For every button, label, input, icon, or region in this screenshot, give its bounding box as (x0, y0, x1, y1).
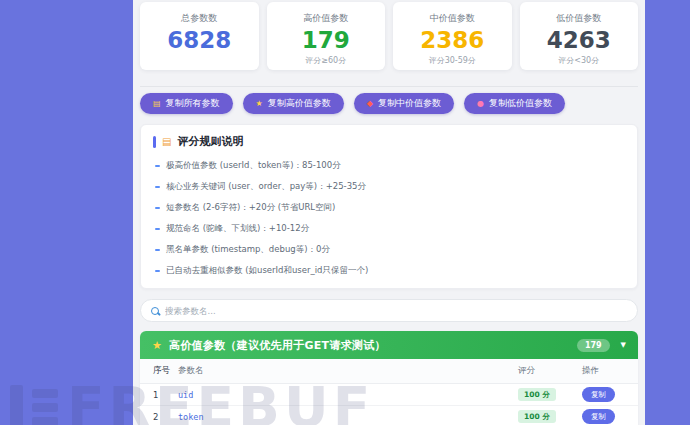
stat-card-low: 低价值参数 4263 评分<30分 (520, 2, 639, 70)
main-content: 总参数数 6828 高价值参数 179 评分≥60分 中价值参数 2386 评分… (133, 0, 645, 425)
rule-item: 已自动去重相似参数 (如userId和user_id只保留一个) (153, 260, 625, 281)
search-icon (151, 307, 159, 315)
rules-list: 极高价值参数 (userId、token等)：85-100分 核心业务关键词 (… (153, 155, 625, 281)
section-header[interactable]: ★ 高价值参数（建议优先用于GET请求测试） 179 ▼ (140, 331, 638, 359)
scoring-rules-card: ▤ 评分规则说明 极高价值参数 (userId、token等)：85-100分 … (140, 124, 638, 289)
pushpin-icon: ◆ (367, 100, 373, 108)
rules-title: 评分规则说明 (177, 134, 243, 149)
copy-high-button[interactable]: ★ 复制高价值参数 (243, 93, 344, 114)
high-value-section: ★ 高价值参数（建议优先用于GET请求测试） 179 ▼ 序号 参数名 评分 操… (140, 331, 638, 425)
copy-high-label: 复制高价值参数 (268, 97, 331, 110)
stat-label: 总参数数 (140, 12, 259, 25)
col-score: 评分 (518, 365, 582, 377)
section-title: 高价值参数（建议优先用于GET请求测试） (169, 338, 570, 353)
stat-value: 2386 (393, 27, 512, 53)
row-copy-button[interactable]: 复制 (582, 387, 615, 402)
col-index: 序号 (140, 365, 178, 377)
score-badge: 100 分 (518, 410, 556, 423)
stat-note: 评分≥60分 (267, 55, 386, 66)
star-icon: ★ (256, 100, 263, 108)
stat-card-total: 总参数数 6828 (140, 2, 259, 70)
copy-low-button[interactable]: ● 复制低价值参数 (464, 93, 565, 114)
copy-low-label: 复制低价值参数 (489, 97, 552, 110)
accent-bar (153, 136, 156, 148)
rule-item: 规范命名 (驼峰、下划线)：+10-12分 (153, 218, 625, 239)
stats-row: 总参数数 6828 高价值参数 179 评分≥60分 中价值参数 2386 评分… (140, 2, 638, 70)
stat-note: 评分<30分 (520, 55, 639, 66)
row-index: 1 (140, 390, 178, 400)
rule-item: 短参数名 (2-6字符)：+20分 (节省URL空间) (153, 197, 625, 218)
search-input[interactable] (165, 306, 627, 316)
stat-card-high: 高价值参数 179 评分≥60分 (267, 2, 386, 70)
rule-item: 黑名单参数 (timestamp、debug等)：0分 (153, 239, 625, 260)
copy-medium-button[interactable]: ◆ 复制中价值参数 (354, 93, 454, 114)
search-bar (140, 299, 638, 322)
copy-toolbar: ▤ 复制所有参数 ★ 复制高价值参数 ◆ 复制中价值参数 ● 复制低价值参数 (140, 86, 638, 114)
stat-label: 高价值参数 (267, 12, 386, 25)
watermark-logo-bar (10, 385, 23, 425)
star-icon: ★ (152, 339, 162, 352)
table-row: 1 uid 100 分 复制 (140, 384, 638, 406)
watermark-logo-lines (32, 389, 58, 425)
copy-all-label: 复制所有参数 (166, 97, 220, 110)
copy-all-button[interactable]: ▤ 复制所有参数 (140, 93, 233, 114)
param-name: uid (178, 390, 518, 400)
score-badge: 100 分 (518, 388, 556, 401)
row-copy-button[interactable]: 复制 (582, 409, 615, 424)
col-name: 参数名 (178, 365, 518, 377)
memo-icon: ▤ (162, 136, 171, 147)
stat-value: 179 (267, 27, 386, 53)
stat-note: 评分30-59分 (393, 55, 512, 66)
chevron-down-icon: ▼ (621, 341, 626, 349)
round-pushpin-icon: ● (477, 100, 484, 108)
stat-value: 6828 (140, 27, 259, 53)
count-badge: 179 (577, 339, 610, 352)
stat-label: 中价值参数 (393, 12, 512, 25)
stat-label: 低价值参数 (520, 12, 639, 25)
copy-medium-label: 复制中价值参数 (378, 97, 441, 110)
rule-item: 核心业务关键词 (user、order、pay等)：+25-35分 (153, 176, 625, 197)
clipboard-icon: ▤ (153, 100, 161, 108)
param-name: token (178, 412, 518, 422)
table-row: 2 token 100 分 复制 (140, 406, 638, 425)
row-index: 2 (140, 412, 178, 422)
rule-item: 极高价值参数 (userId、token等)：85-100分 (153, 155, 625, 176)
stat-card-medium: 中价值参数 2386 评分30-59分 (393, 2, 512, 70)
rules-title-row: ▤ 评分规则说明 (153, 134, 625, 149)
table-header: 序号 参数名 评分 操作 (140, 359, 638, 384)
col-action: 操作 (582, 365, 638, 377)
stat-value: 4263 (520, 27, 639, 53)
